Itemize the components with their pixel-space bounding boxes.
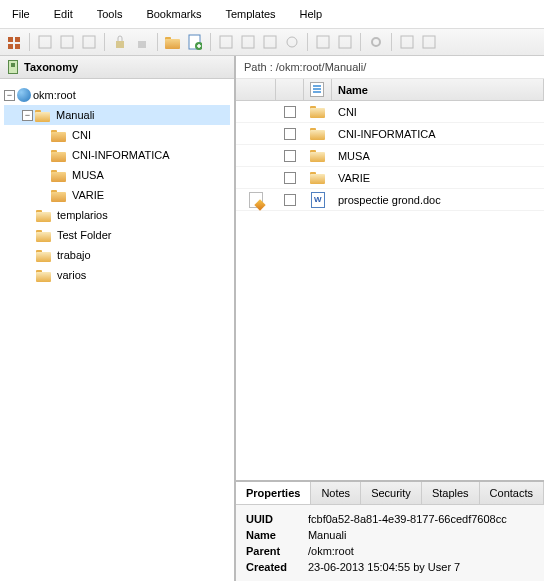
table-header: Name (236, 79, 544, 101)
toolbar-doc-plus-icon[interactable] (185, 32, 205, 52)
tree-node-varios[interactable]: varios (4, 265, 230, 285)
menu-edit[interactable]: Edit (42, 4, 85, 24)
svg-rect-7 (116, 41, 124, 48)
toolbar-lock-icon[interactable] (110, 32, 130, 52)
toolbar-btn-11[interactable] (260, 32, 280, 52)
table-row[interactable]: CNI (236, 101, 544, 123)
row-checkbox[interactable] (284, 128, 296, 140)
folder-icon (310, 171, 326, 184)
tree-node-musa[interactable]: MUSA (4, 165, 230, 185)
row-checkbox[interactable] (284, 150, 296, 162)
folder-icon (36, 269, 52, 282)
svg-rect-2 (8, 44, 13, 49)
row-name: VARIE (332, 172, 544, 184)
table-row[interactable]: prospectie grond.doc (236, 189, 544, 211)
menu-bookmarks[interactable]: Bookmarks (134, 4, 213, 24)
tree-node-test-folder[interactable]: Test Folder (4, 225, 230, 245)
globe-icon (17, 88, 31, 102)
svg-rect-19 (423, 36, 435, 48)
toolbar-unlock-icon[interactable] (132, 32, 152, 52)
prop-created-label: Created (246, 561, 308, 573)
tree-root[interactable]: − okm:root (4, 85, 230, 105)
prop-parent-label: Parent (246, 545, 308, 557)
row-checkbox[interactable] (284, 106, 296, 118)
col-type[interactable] (304, 79, 332, 100)
row-checkbox[interactable] (284, 194, 296, 206)
edit-icon[interactable] (249, 192, 263, 208)
tree-node-cni[interactable]: CNI (4, 125, 230, 145)
tree-node-varie[interactable]: VARIE (4, 185, 230, 205)
tree-node-manuali[interactable]: − Manuali (4, 105, 230, 125)
tab-contacts[interactable]: Contacts (480, 482, 544, 504)
tree-node-templarios[interactable]: templarios (4, 205, 230, 225)
tab-security[interactable]: Security (361, 482, 422, 504)
svg-rect-8 (138, 41, 146, 48)
menubar: File Edit Tools Bookmarks Templates Help (0, 0, 544, 29)
tree-root-label: okm:root (33, 89, 76, 101)
col-name[interactable]: Name (332, 79, 544, 100)
folder-icon (51, 169, 67, 182)
svg-rect-0 (8, 37, 13, 42)
prop-name-label: Name (246, 529, 308, 541)
prop-parent: /okm:root (308, 545, 534, 557)
prop-uuid-label: UUID (246, 513, 308, 525)
toolbar-btn-14[interactable] (335, 32, 355, 52)
svg-rect-15 (317, 36, 329, 48)
row-checkbox[interactable] (284, 172, 296, 184)
tree-node-trabajo[interactable]: trabajo (4, 245, 230, 265)
toolbar-gear-icon[interactable] (366, 32, 386, 52)
menu-file[interactable]: File (0, 4, 42, 24)
word-doc-icon (311, 192, 325, 208)
collapse-icon[interactable]: − (22, 110, 33, 121)
tree-label: Manuali (53, 109, 98, 121)
toolbar-btn-13[interactable] (313, 32, 333, 52)
taxonomy-icon (6, 60, 20, 74)
tree-node-cni-informatica[interactable]: CNI-INFORMATICA (4, 145, 230, 165)
folder-icon (310, 149, 326, 162)
folder-icon (36, 249, 52, 262)
toolbar-btn-2[interactable] (35, 32, 55, 52)
toolbar-btn-16[interactable] (397, 32, 417, 52)
table-row[interactable]: CNI-INFORMATICA (236, 123, 544, 145)
tree-label: templarios (54, 209, 108, 221)
menu-tools[interactable]: Tools (85, 4, 135, 24)
svg-rect-1 (15, 37, 20, 42)
breadcrumb: Path : /okm:root/Manuali/ (236, 56, 544, 79)
folder-icon (310, 127, 326, 140)
folder-icon (36, 229, 52, 242)
table-row[interactable]: MUSA (236, 145, 544, 167)
menu-templates[interactable]: Templates (213, 4, 287, 24)
tree-label: CNI-INFORMATICA (69, 149, 170, 161)
content: Path : /okm:root/Manuali/ Name CNI CNI-I… (236, 56, 544, 581)
table-row[interactable]: VARIE (236, 167, 544, 189)
menu-help[interactable]: Help (288, 4, 335, 24)
tab-properties[interactable]: Properties (236, 482, 311, 504)
toolbar-folder-plus-icon[interactable] (163, 32, 183, 52)
toolbar-home-icon[interactable] (4, 32, 24, 52)
folder-icon (36, 209, 52, 222)
svg-rect-4 (39, 36, 51, 48)
collapse-icon[interactable]: − (4, 90, 15, 101)
folder-icon (310, 105, 326, 118)
toolbar-btn-17[interactable] (419, 32, 439, 52)
tree-label: trabajo (54, 249, 91, 261)
tree-label: CNI (69, 129, 91, 141)
list-icon (310, 82, 324, 97)
tab-notes[interactable]: Notes (311, 482, 361, 504)
svg-rect-18 (401, 36, 413, 48)
tab-staples[interactable]: Staples (422, 482, 480, 504)
svg-point-14 (287, 37, 297, 47)
prop-name: Manuali (308, 529, 534, 541)
details-panel: Properties Notes Security Staples Contac… (236, 480, 544, 581)
toolbar-btn-3[interactable] (57, 32, 77, 52)
toolbar-btn-4[interactable] (79, 32, 99, 52)
toolbar-btn-9[interactable] (216, 32, 236, 52)
tree-label: VARIE (69, 189, 104, 201)
path-prefix: Path : (244, 61, 276, 73)
toolbar-btn-12[interactable] (282, 32, 302, 52)
tree-label: Test Folder (54, 229, 111, 241)
col-action (236, 79, 276, 100)
toolbar-btn-10[interactable] (238, 32, 258, 52)
row-name: CNI (332, 106, 544, 118)
row-name: CNI-INFORMATICA (332, 128, 544, 140)
